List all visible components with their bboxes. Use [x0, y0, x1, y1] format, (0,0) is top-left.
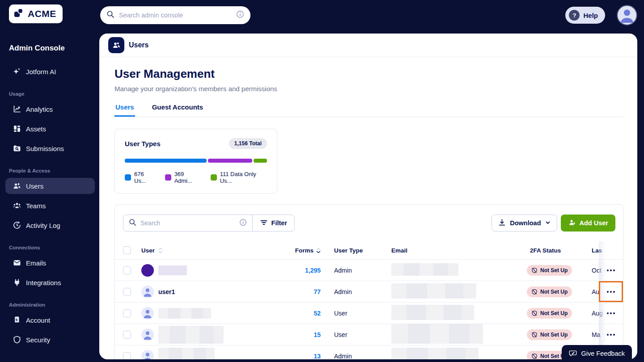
forms-count-link[interactable]: 15	[314, 331, 321, 338]
forms-count-link[interactable]: 1,295	[305, 267, 321, 274]
info-icon[interactable]	[239, 219, 247, 228]
column-header-user[interactable]: User	[141, 247, 155, 254]
row-actions-menu-button[interactable]	[604, 309, 618, 318]
legend-item-data-only: 111 Data Only Us...	[211, 171, 267, 184]
forms-count-link[interactable]: 52	[314, 310, 321, 317]
add-user-label: Add User	[580, 219, 608, 227]
user-type-cell: Admin	[324, 353, 381, 360]
column-header-last-login[interactable]: Las	[588, 247, 599, 254]
user-types-total-badge: 1,156 Total	[229, 138, 267, 149]
main-panel: Users User Management Manage your organi…	[99, 34, 637, 359]
give-feedback-button[interactable]: Give Feedback	[562, 345, 632, 362]
sidebar-item-teams[interactable]: Teams	[5, 198, 95, 214]
row-checkbox[interactable]	[123, 266, 131, 274]
twofa-status-badge: Not Set Up	[527, 265, 572, 276]
column-header-email[interactable]: Email	[381, 247, 525, 254]
sidebar-item-emails[interactable]: Emails	[5, 255, 95, 271]
acme-logo-text: ACME	[28, 8, 56, 19]
acme-logo-icon	[13, 8, 24, 20]
user-type-cell: User	[324, 331, 381, 338]
user-types-title: User Types	[125, 140, 161, 147]
row-checkbox[interactable]	[123, 288, 131, 296]
sidebar-item-submissions[interactable]: Submissions	[5, 140, 95, 156]
info-icon[interactable]	[236, 10, 244, 20]
sidebar-nav: Jotform AI Usage Analytics Assets Submis	[0, 63, 99, 348]
sidebar-item-users[interactable]: Users	[5, 178, 95, 194]
sidebar-item-security[interactable]: Security	[5, 332, 95, 348]
page-subtitle: Manage your organization's members and p…	[114, 85, 623, 93]
sidebar-item-activity-log[interactable]: Activity Log	[5, 217, 95, 233]
tab-guest-accounts[interactable]: Guest Accounts	[151, 103, 204, 117]
avatar	[141, 328, 154, 341]
sidebar-section-people-access: People & Access	[9, 168, 99, 173]
svg-text:$: $	[16, 318, 18, 322]
legend-item-admins: 369 Admi...	[165, 171, 202, 184]
tab-users[interactable]: Users	[114, 103, 135, 117]
sparkles-icon	[13, 67, 21, 76]
sidebar-item-jotform-ai[interactable]: Jotform AI	[5, 63, 95, 80]
forms-count-link[interactable]: 77	[314, 288, 321, 295]
download-button[interactable]: Download	[491, 215, 557, 232]
add-user-button[interactable]: Add User	[561, 215, 615, 232]
feedback-label: Give Feedback	[581, 350, 625, 357]
row-checkbox[interactable]	[123, 352, 131, 360]
analytics-icon	[13, 105, 21, 114]
table-search-box[interactable]	[123, 215, 252, 231]
legend-swatch-green	[211, 174, 217, 181]
sort-icon[interactable]	[158, 248, 163, 253]
row-actions-menu-button[interactable]	[604, 287, 618, 296]
column-header-2fa-status[interactable]: 2FA Status	[525, 247, 588, 254]
redacted-email	[391, 305, 474, 320]
redacted-name	[158, 265, 187, 275]
table-row[interactable]: 15 User Not Set Up Ma	[115, 324, 623, 345]
row-actions-menu-button[interactable]	[604, 330, 618, 339]
sidebar-item-label: Jotform AI	[26, 68, 56, 76]
submissions-folder-icon	[13, 144, 21, 153]
table-row[interactable]: 13 Admin Not Set Up	[115, 345, 623, 359]
sidebar-item-label: Account	[26, 316, 50, 324]
forms-count-link[interactable]: 13	[314, 353, 321, 360]
legend-item-users: 676 Us...	[125, 171, 156, 184]
table-row[interactable]: user1 77 Admin Not Set Up Au	[115, 281, 623, 302]
table-row[interactable]: 1,295 Admin Not Set Up Oct	[115, 259, 623, 281]
redacted-email	[391, 348, 479, 359]
acme-logo[interactable]: ACME	[9, 4, 63, 23]
row-checkbox[interactable]	[123, 309, 131, 317]
legend-swatch-blue	[125, 174, 131, 181]
assets-grid-icon	[13, 124, 21, 133]
avatar	[141, 264, 154, 277]
sidebar-section-administration: Administration	[9, 302, 99, 307]
table-row[interactable]: 52 User Not Set Up Aug	[115, 302, 623, 324]
column-header-forms[interactable]: Forms	[295, 247, 314, 254]
tab-bar: Users Guest Accounts	[114, 103, 623, 117]
sidebar-item-label: Assets	[26, 125, 46, 133]
account-avatar[interactable]	[617, 5, 637, 25]
sort-icon-active-desc[interactable]	[316, 248, 321, 253]
select-all-checkbox[interactable]	[123, 246, 131, 254]
redacted-name	[158, 348, 225, 360]
filter-label: Filter	[271, 219, 287, 227]
admin-search-input[interactable]	[119, 12, 232, 19]
column-header-user-type[interactable]: User Type	[324, 247, 381, 254]
last-login-cell: Aug	[588, 310, 599, 317]
table-search-input[interactable]	[140, 219, 235, 227]
sidebar-item-assets[interactable]: Assets	[5, 121, 95, 137]
redacted-email	[391, 283, 476, 299]
envelope-icon	[13, 258, 21, 267]
row-checkbox[interactable]	[123, 331, 131, 339]
help-button[interactable]: ? Help	[565, 7, 605, 24]
billing-doc-icon: $	[13, 316, 21, 324]
sidebar-item-analytics[interactable]: Analytics	[5, 101, 95, 117]
filter-button[interactable]: Filter	[253, 215, 294, 231]
admin-search-bar[interactable]	[100, 6, 250, 24]
row-actions-menu-button[interactable]	[604, 266, 618, 275]
column-header-actions	[599, 241, 623, 259]
sidebar-item-label: Users	[26, 182, 43, 190]
sidebar-item-account[interactable]: $ Account	[5, 312, 95, 328]
user-type-cell: User	[324, 310, 381, 317]
sidebar-item-label: Activity Log	[26, 222, 60, 229]
user-types-legend: 676 Us... 369 Admi... 111 Data Only Us..…	[125, 171, 267, 184]
sidebar-item-label: Emails	[26, 259, 46, 267]
sidebar-item-integrations[interactable]: Integrations	[5, 274, 95, 290]
sidebar-item-label: Teams	[26, 202, 46, 210]
